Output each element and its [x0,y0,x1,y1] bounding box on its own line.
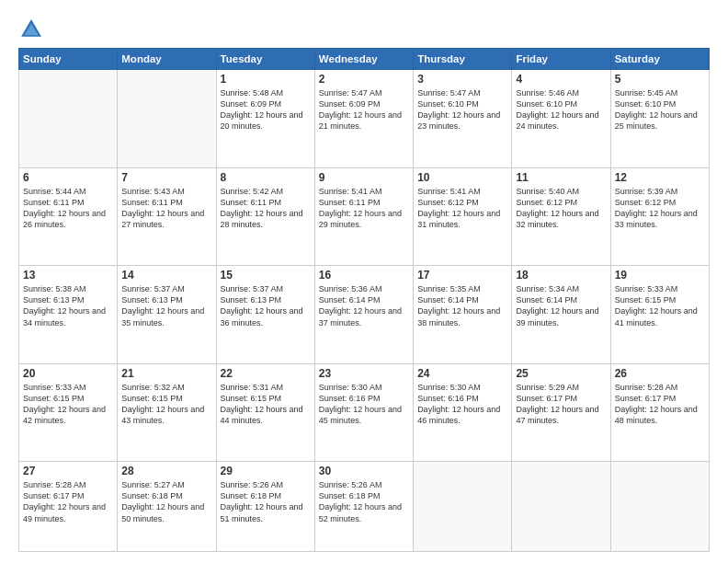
day-number: 6 [23,171,113,184]
day-cell: 9Sunrise: 5:41 AM Sunset: 6:11 PM Daylig… [314,167,413,266]
day-info: Sunrise: 5:34 AM Sunset: 6:14 PM Dayligh… [516,283,606,328]
day-cell: 10Sunrise: 5:41 AM Sunset: 6:12 PM Dayli… [414,167,512,266]
day-cell: 17Sunrise: 5:35 AM Sunset: 6:14 PM Dayli… [414,266,512,364]
day-info: Sunrise: 5:35 AM Sunset: 6:14 PM Dayligh… [417,283,507,328]
day-info: Sunrise: 5:30 AM Sunset: 6:16 PM Dayligh… [319,382,409,427]
day-number: 5 [615,73,705,86]
day-cell: 6Sunrise: 5:44 AM Sunset: 6:11 PM Daylig… [19,167,118,266]
day-cell: 3Sunrise: 5:47 AM Sunset: 6:10 PM Daylig… [414,70,512,168]
day-number: 27 [23,465,113,477]
day-info: Sunrise: 5:27 AM Sunset: 6:18 PM Dayligh… [121,479,211,524]
day-number: 25 [516,367,606,380]
day-number: 22 [221,367,311,380]
day-info: Sunrise: 5:36 AM Sunset: 6:14 PM Dayligh… [319,283,409,328]
week-row-2: 6Sunrise: 5:44 AM Sunset: 6:11 PM Daylig… [19,167,710,266]
day-info: Sunrise: 5:43 AM Sunset: 6:11 PM Dayligh… [121,186,211,231]
week-row-1: 1Sunrise: 5:48 AM Sunset: 6:09 PM Daylig… [19,70,710,168]
day-number: 13 [23,269,113,282]
calendar-table: SundayMondayTuesdayWednesdayThursdayFrid… [18,48,710,552]
day-info: Sunrise: 5:47 AM Sunset: 6:10 PM Dayligh… [417,87,507,132]
top-bar [18,17,710,42]
day-number: 14 [121,269,211,282]
day-cell: 13Sunrise: 5:38 AM Sunset: 6:13 PM Dayli… [19,266,118,364]
day-info: Sunrise: 5:37 AM Sunset: 6:13 PM Dayligh… [121,283,211,328]
day-cell [610,462,709,552]
day-info: Sunrise: 5:32 AM Sunset: 6:15 PM Dayligh… [121,382,211,427]
day-number: 12 [615,171,705,184]
day-number: 4 [516,73,606,86]
day-cell [414,462,512,552]
day-cell: 4Sunrise: 5:46 AM Sunset: 6:10 PM Daylig… [512,70,610,168]
day-cell: 25Sunrise: 5:29 AM Sunset: 6:17 PM Dayli… [512,363,610,462]
logo-icon [18,17,44,42]
day-number: 10 [417,171,507,184]
day-info: Sunrise: 5:46 AM Sunset: 6:10 PM Dayligh… [516,87,606,132]
day-cell [19,70,118,168]
day-number: 21 [121,367,211,380]
day-cell: 11Sunrise: 5:40 AM Sunset: 6:12 PM Dayli… [512,167,610,266]
day-info: Sunrise: 5:45 AM Sunset: 6:10 PM Dayligh… [615,87,705,132]
day-cell: 20Sunrise: 5:33 AM Sunset: 6:15 PM Dayli… [19,363,118,462]
day-info: Sunrise: 5:33 AM Sunset: 6:15 PM Dayligh… [23,382,113,427]
day-info: Sunrise: 5:33 AM Sunset: 6:15 PM Dayligh… [615,283,705,328]
day-number: 9 [319,171,409,184]
day-info: Sunrise: 5:37 AM Sunset: 6:13 PM Dayligh… [221,283,311,328]
day-cell: 21Sunrise: 5:32 AM Sunset: 6:15 PM Dayli… [118,363,216,462]
day-number: 17 [417,269,507,282]
day-number: 20 [23,367,113,380]
day-info: Sunrise: 5:28 AM Sunset: 6:17 PM Dayligh… [23,479,113,524]
day-number: 15 [221,269,311,282]
day-info: Sunrise: 5:30 AM Sunset: 6:16 PM Dayligh… [417,382,507,427]
weekday-header-sunday: Sunday [19,49,118,70]
day-number: 11 [516,171,606,184]
day-info: Sunrise: 5:38 AM Sunset: 6:13 PM Dayligh… [23,283,113,328]
weekday-header-thursday: Thursday [414,49,512,70]
day-info: Sunrise: 5:41 AM Sunset: 6:12 PM Dayligh… [417,186,507,231]
day-info: Sunrise: 5:44 AM Sunset: 6:11 PM Dayligh… [23,186,113,231]
day-info: Sunrise: 5:47 AM Sunset: 6:09 PM Dayligh… [319,87,409,132]
day-number: 2 [319,73,409,86]
day-cell: 7Sunrise: 5:43 AM Sunset: 6:11 PM Daylig… [118,167,216,266]
day-cell [118,70,216,168]
day-number: 18 [516,269,606,282]
day-cell: 15Sunrise: 5:37 AM Sunset: 6:13 PM Dayli… [216,266,314,364]
day-cell: 12Sunrise: 5:39 AM Sunset: 6:12 PM Dayli… [610,167,709,266]
day-info: Sunrise: 5:28 AM Sunset: 6:17 PM Dayligh… [615,382,705,427]
day-info: Sunrise: 5:39 AM Sunset: 6:12 PM Dayligh… [615,186,705,231]
week-row-4: 20Sunrise: 5:33 AM Sunset: 6:15 PM Dayli… [19,363,710,462]
day-number: 24 [417,367,507,380]
day-info: Sunrise: 5:40 AM Sunset: 6:12 PM Dayligh… [516,186,606,231]
day-number: 1 [221,73,311,86]
day-number: 26 [615,367,705,380]
day-info: Sunrise: 5:41 AM Sunset: 6:11 PM Dayligh… [319,186,409,231]
day-cell: 27Sunrise: 5:28 AM Sunset: 6:17 PM Dayli… [19,462,118,552]
day-cell: 14Sunrise: 5:37 AM Sunset: 6:13 PM Dayli… [118,266,216,364]
day-info: Sunrise: 5:26 AM Sunset: 6:18 PM Dayligh… [221,479,311,524]
day-number: 3 [417,73,507,86]
day-cell: 19Sunrise: 5:33 AM Sunset: 6:15 PM Dayli… [610,266,709,364]
week-row-5: 27Sunrise: 5:28 AM Sunset: 6:17 PM Dayli… [19,462,710,552]
day-info: Sunrise: 5:29 AM Sunset: 6:17 PM Dayligh… [516,382,606,427]
day-number: 7 [121,171,211,184]
day-cell: 18Sunrise: 5:34 AM Sunset: 6:14 PM Dayli… [512,266,610,364]
day-cell: 22Sunrise: 5:31 AM Sunset: 6:15 PM Dayli… [216,363,314,462]
weekday-header-wednesday: Wednesday [314,49,413,70]
weekday-header-row: SundayMondayTuesdayWednesdayThursdayFrid… [19,49,710,70]
day-number: 23 [319,367,409,380]
weekday-header-friday: Friday [512,49,610,70]
day-cell [512,462,610,552]
weekday-header-saturday: Saturday [610,49,709,70]
day-info: Sunrise: 5:31 AM Sunset: 6:15 PM Dayligh… [221,382,311,427]
day-info: Sunrise: 5:26 AM Sunset: 6:18 PM Dayligh… [319,479,409,524]
day-cell: 24Sunrise: 5:30 AM Sunset: 6:16 PM Dayli… [414,363,512,462]
day-info: Sunrise: 5:42 AM Sunset: 6:11 PM Dayligh… [221,186,311,231]
page: SundayMondayTuesdayWednesdayThursdayFrid… [0,0,728,563]
day-cell: 23Sunrise: 5:30 AM Sunset: 6:16 PM Dayli… [314,363,413,462]
day-cell: 28Sunrise: 5:27 AM Sunset: 6:18 PM Dayli… [118,462,216,552]
day-number: 28 [121,465,211,477]
day-cell: 16Sunrise: 5:36 AM Sunset: 6:14 PM Dayli… [314,266,413,364]
day-cell: 26Sunrise: 5:28 AM Sunset: 6:17 PM Dayli… [610,363,709,462]
day-cell: 2Sunrise: 5:47 AM Sunset: 6:09 PM Daylig… [314,70,413,168]
day-cell: 5Sunrise: 5:45 AM Sunset: 6:10 PM Daylig… [610,70,709,168]
logo [18,17,48,42]
